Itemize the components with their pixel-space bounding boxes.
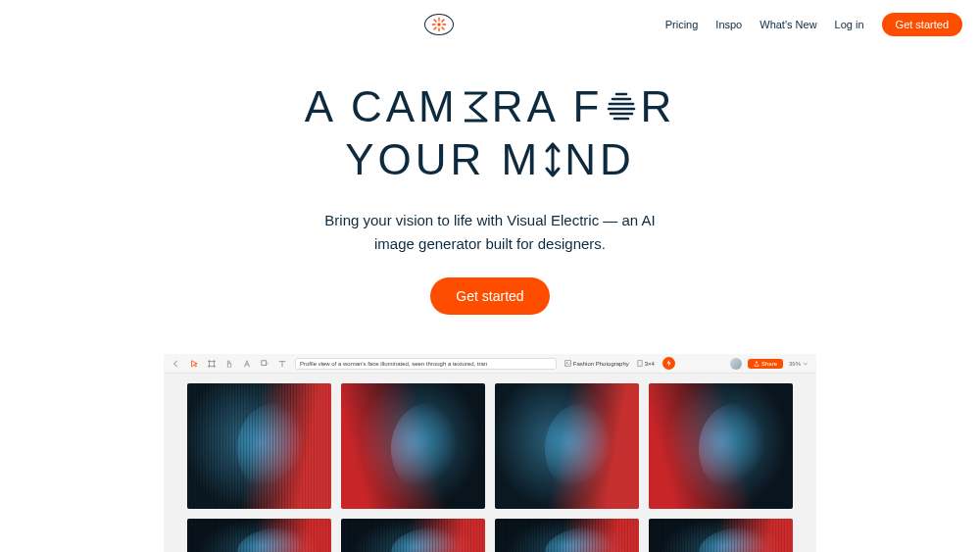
hero-title: A CAM RA F R YOUR M ND	[0, 80, 980, 185]
generated-image[interactable]	[495, 519, 639, 552]
nav-whatsnew[interactable]: What's New	[760, 19, 816, 30]
ratio-label: 3×4	[645, 361, 655, 367]
site-header: Pricing Inspo What's New Log in Get star…	[0, 0, 980, 39]
ratio-tag[interactable]: 3×4	[637, 360, 655, 367]
prompt-text: Profile view of a woman's face illuminat…	[300, 361, 487, 367]
nav-login[interactable]: Log in	[835, 19, 864, 30]
image-icon	[564, 360, 571, 367]
sigma-glyph-icon	[461, 89, 490, 125]
prompt-input[interactable]: Profile view of a woman's face illuminat…	[295, 358, 557, 370]
svg-line-6	[434, 27, 436, 29]
nav-inspo[interactable]: Inspo	[715, 19, 742, 30]
title-seg: R	[640, 80, 675, 133]
app-preview: Profile view of a woman's face illuminat…	[164, 354, 816, 552]
nav-pricing[interactable]: Pricing	[665, 19, 699, 30]
hero-title-line-1: A CAM RA F R	[305, 80, 676, 133]
toolbar-right: Share 39%	[730, 358, 808, 370]
share-icon	[754, 361, 760, 367]
bolt-icon	[665, 360, 672, 367]
style-tag[interactable]: Fashion Photography	[564, 360, 629, 367]
svg-point-8	[438, 23, 441, 25]
hero: A CAM RA F R YOUR M ND	[0, 80, 980, 315]
updown-arrow-glyph-icon	[543, 141, 563, 178]
zoom-value: 39%	[789, 361, 801, 367]
generated-image[interactable]	[495, 383, 639, 509]
shape-icon[interactable]	[260, 359, 270, 369]
back-icon[interactable]	[172, 359, 181, 369]
subtitle-line: Bring your vision to life with Visual El…	[0, 209, 980, 232]
generated-image[interactable]	[341, 383, 485, 509]
brand-logo[interactable]	[424, 14, 454, 35]
image-grid	[164, 374, 816, 509]
app-toolbar: Profile view of a woman's face illuminat…	[164, 354, 816, 374]
sunburst-icon	[431, 17, 447, 32]
header-cta-button[interactable]: Get started	[882, 13, 962, 36]
svg-line-4	[434, 20, 436, 22]
generated-image[interactable]	[187, 519, 331, 552]
generated-image[interactable]	[341, 519, 485, 552]
header-nav: Pricing Inspo What's New Log in Get star…	[665, 13, 962, 36]
image-grid-row-2	[164, 519, 816, 552]
subtitle-line: image generator built for designers.	[0, 232, 980, 256]
title-seg: ND	[564, 133, 635, 186]
svg-line-7	[442, 20, 444, 22]
zoom-control[interactable]: 39%	[789, 361, 808, 367]
chevron-down-icon	[803, 361, 808, 367]
title-seg: YOUR M	[345, 133, 541, 186]
title-seg: A CAM	[305, 80, 459, 133]
share-button[interactable]: Share	[748, 359, 783, 369]
title-seg: RA F	[492, 80, 604, 133]
text-icon[interactable]	[242, 359, 252, 369]
ratio-icon	[637, 360, 643, 367]
type-icon[interactable]	[277, 359, 287, 369]
svg-rect-18	[638, 361, 642, 367]
share-label: Share	[761, 361, 777, 367]
generated-image[interactable]	[187, 383, 331, 509]
style-label: Fashion Photography	[573, 361, 629, 367]
toolbar-left-tools	[172, 359, 287, 369]
hero-cta-button[interactable]: Get started	[430, 277, 549, 315]
generate-button[interactable]	[662, 357, 675, 370]
logo-wrap	[214, 14, 665, 35]
striped-o-glyph-icon	[605, 90, 638, 124]
svg-rect-15	[262, 361, 267, 366]
frame-icon[interactable]	[207, 359, 217, 369]
svg-line-5	[442, 27, 444, 29]
generated-image[interactable]	[649, 519, 793, 552]
user-avatar[interactable]	[730, 358, 742, 370]
generated-image[interactable]	[649, 383, 793, 509]
hero-title-line-2: YOUR M ND	[345, 133, 635, 186]
hero-subtitle: Bring your vision to life with Visual El…	[0, 209, 980, 256]
hand-icon[interactable]	[224, 359, 234, 369]
pointer-icon[interactable]	[189, 359, 199, 369]
